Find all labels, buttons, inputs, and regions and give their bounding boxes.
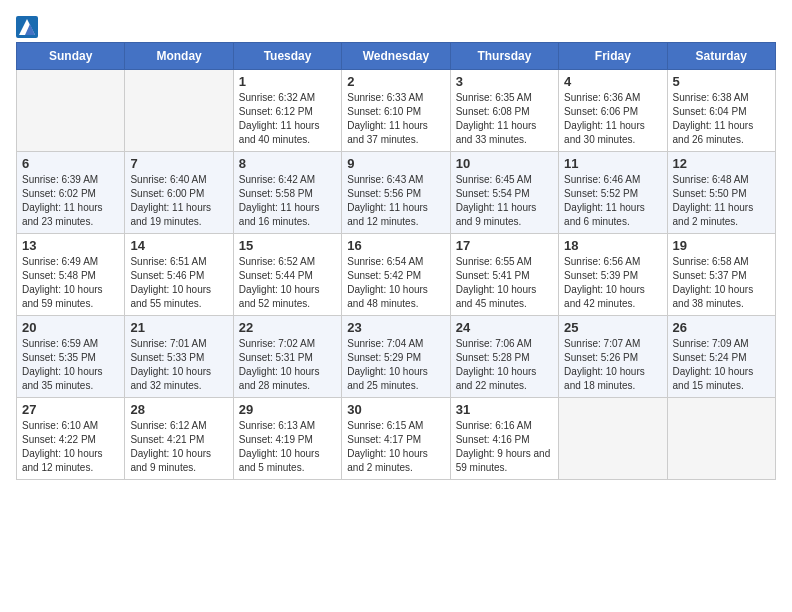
day-number: 10 (456, 156, 553, 171)
day-info: Sunrise: 6:10 AMSunset: 4:22 PMDaylight:… (22, 419, 119, 475)
day-number: 11 (564, 156, 661, 171)
day-info: Sunrise: 6:54 AMSunset: 5:42 PMDaylight:… (347, 255, 444, 311)
week-row-5: 27Sunrise: 6:10 AMSunset: 4:22 PMDayligh… (17, 398, 776, 480)
calendar-cell: 18Sunrise: 6:56 AMSunset: 5:39 PMDayligh… (559, 234, 667, 316)
day-info: Sunrise: 7:07 AMSunset: 5:26 PMDaylight:… (564, 337, 661, 393)
calendar-cell: 25Sunrise: 7:07 AMSunset: 5:26 PMDayligh… (559, 316, 667, 398)
day-header-thursday: Thursday (450, 43, 558, 70)
day-number: 3 (456, 74, 553, 89)
day-number: 6 (22, 156, 119, 171)
day-info: Sunrise: 7:04 AMSunset: 5:29 PMDaylight:… (347, 337, 444, 393)
calendar-cell: 22Sunrise: 7:02 AMSunset: 5:31 PMDayligh… (233, 316, 341, 398)
day-info: Sunrise: 6:36 AMSunset: 6:06 PMDaylight:… (564, 91, 661, 147)
day-number: 1 (239, 74, 336, 89)
day-header-saturday: Saturday (667, 43, 775, 70)
day-info: Sunrise: 7:01 AMSunset: 5:33 PMDaylight:… (130, 337, 227, 393)
day-info: Sunrise: 6:58 AMSunset: 5:37 PMDaylight:… (673, 255, 770, 311)
calendar-cell: 29Sunrise: 6:13 AMSunset: 4:19 PMDayligh… (233, 398, 341, 480)
day-number: 31 (456, 402, 553, 417)
calendar-cell: 6Sunrise: 6:39 AMSunset: 6:02 PMDaylight… (17, 152, 125, 234)
day-number: 15 (239, 238, 336, 253)
day-number: 13 (22, 238, 119, 253)
day-number: 28 (130, 402, 227, 417)
logo (16, 16, 41, 38)
day-info: Sunrise: 6:49 AMSunset: 5:48 PMDaylight:… (22, 255, 119, 311)
day-number: 18 (564, 238, 661, 253)
calendar-cell: 11Sunrise: 6:46 AMSunset: 5:52 PMDayligh… (559, 152, 667, 234)
day-info: Sunrise: 6:46 AMSunset: 5:52 PMDaylight:… (564, 173, 661, 229)
day-number: 16 (347, 238, 444, 253)
day-info: Sunrise: 6:42 AMSunset: 5:58 PMDaylight:… (239, 173, 336, 229)
day-info: Sunrise: 6:12 AMSunset: 4:21 PMDaylight:… (130, 419, 227, 475)
calendar-cell: 14Sunrise: 6:51 AMSunset: 5:46 PMDayligh… (125, 234, 233, 316)
week-row-3: 13Sunrise: 6:49 AMSunset: 5:48 PMDayligh… (17, 234, 776, 316)
day-number: 24 (456, 320, 553, 335)
calendar-cell: 10Sunrise: 6:45 AMSunset: 5:54 PMDayligh… (450, 152, 558, 234)
day-info: Sunrise: 6:16 AMSunset: 4:16 PMDaylight:… (456, 419, 553, 475)
day-number: 2 (347, 74, 444, 89)
day-number: 9 (347, 156, 444, 171)
page-header (16, 16, 776, 38)
calendar-cell: 1Sunrise: 6:32 AMSunset: 6:12 PMDaylight… (233, 70, 341, 152)
day-number: 27 (22, 402, 119, 417)
day-number: 21 (130, 320, 227, 335)
day-info: Sunrise: 6:40 AMSunset: 6:00 PMDaylight:… (130, 173, 227, 229)
calendar-cell (559, 398, 667, 480)
day-header-friday: Friday (559, 43, 667, 70)
day-info: Sunrise: 6:45 AMSunset: 5:54 PMDaylight:… (456, 173, 553, 229)
calendar-cell: 28Sunrise: 6:12 AMSunset: 4:21 PMDayligh… (125, 398, 233, 480)
day-header-sunday: Sunday (17, 43, 125, 70)
day-number: 7 (130, 156, 227, 171)
day-header-tuesday: Tuesday (233, 43, 341, 70)
calendar-cell: 9Sunrise: 6:43 AMSunset: 5:56 PMDaylight… (342, 152, 450, 234)
day-number: 25 (564, 320, 661, 335)
calendar-cell (17, 70, 125, 152)
calendar-cell: 2Sunrise: 6:33 AMSunset: 6:10 PMDaylight… (342, 70, 450, 152)
calendar-cell (125, 70, 233, 152)
day-info: Sunrise: 6:39 AMSunset: 6:02 PMDaylight:… (22, 173, 119, 229)
calendar-cell: 23Sunrise: 7:04 AMSunset: 5:29 PMDayligh… (342, 316, 450, 398)
day-info: Sunrise: 7:02 AMSunset: 5:31 PMDaylight:… (239, 337, 336, 393)
day-info: Sunrise: 6:56 AMSunset: 5:39 PMDaylight:… (564, 255, 661, 311)
day-info: Sunrise: 6:51 AMSunset: 5:46 PMDaylight:… (130, 255, 227, 311)
calendar-cell: 31Sunrise: 6:16 AMSunset: 4:16 PMDayligh… (450, 398, 558, 480)
calendar-cell: 12Sunrise: 6:48 AMSunset: 5:50 PMDayligh… (667, 152, 775, 234)
calendar-cell: 21Sunrise: 7:01 AMSunset: 5:33 PMDayligh… (125, 316, 233, 398)
day-info: Sunrise: 6:38 AMSunset: 6:04 PMDaylight:… (673, 91, 770, 147)
calendar-cell: 16Sunrise: 6:54 AMSunset: 5:42 PMDayligh… (342, 234, 450, 316)
calendar-table: SundayMondayTuesdayWednesdayThursdayFrid… (16, 42, 776, 480)
day-info: Sunrise: 6:59 AMSunset: 5:35 PMDaylight:… (22, 337, 119, 393)
logo-icon (16, 16, 38, 38)
calendar-cell: 17Sunrise: 6:55 AMSunset: 5:41 PMDayligh… (450, 234, 558, 316)
calendar-cell: 15Sunrise: 6:52 AMSunset: 5:44 PMDayligh… (233, 234, 341, 316)
day-info: Sunrise: 6:15 AMSunset: 4:17 PMDaylight:… (347, 419, 444, 475)
day-number: 17 (456, 238, 553, 253)
header-row: SundayMondayTuesdayWednesdayThursdayFrid… (17, 43, 776, 70)
day-number: 20 (22, 320, 119, 335)
day-info: Sunrise: 7:09 AMSunset: 5:24 PMDaylight:… (673, 337, 770, 393)
calendar-cell: 20Sunrise: 6:59 AMSunset: 5:35 PMDayligh… (17, 316, 125, 398)
day-number: 23 (347, 320, 444, 335)
day-info: Sunrise: 6:43 AMSunset: 5:56 PMDaylight:… (347, 173, 444, 229)
day-info: Sunrise: 6:13 AMSunset: 4:19 PMDaylight:… (239, 419, 336, 475)
day-number: 30 (347, 402, 444, 417)
day-number: 26 (673, 320, 770, 335)
week-row-1: 1Sunrise: 6:32 AMSunset: 6:12 PMDaylight… (17, 70, 776, 152)
calendar-cell: 5Sunrise: 6:38 AMSunset: 6:04 PMDaylight… (667, 70, 775, 152)
day-number: 4 (564, 74, 661, 89)
day-number: 12 (673, 156, 770, 171)
calendar-cell: 19Sunrise: 6:58 AMSunset: 5:37 PMDayligh… (667, 234, 775, 316)
calendar-cell: 8Sunrise: 6:42 AMSunset: 5:58 PMDaylight… (233, 152, 341, 234)
calendar-cell: 24Sunrise: 7:06 AMSunset: 5:28 PMDayligh… (450, 316, 558, 398)
day-info: Sunrise: 6:48 AMSunset: 5:50 PMDaylight:… (673, 173, 770, 229)
calendar-cell: 27Sunrise: 6:10 AMSunset: 4:22 PMDayligh… (17, 398, 125, 480)
day-number: 22 (239, 320, 336, 335)
day-header-wednesday: Wednesday (342, 43, 450, 70)
day-number: 5 (673, 74, 770, 89)
calendar-cell: 4Sunrise: 6:36 AMSunset: 6:06 PMDaylight… (559, 70, 667, 152)
calendar-cell: 30Sunrise: 6:15 AMSunset: 4:17 PMDayligh… (342, 398, 450, 480)
day-number: 14 (130, 238, 227, 253)
day-info: Sunrise: 6:33 AMSunset: 6:10 PMDaylight:… (347, 91, 444, 147)
calendar-cell: 7Sunrise: 6:40 AMSunset: 6:00 PMDaylight… (125, 152, 233, 234)
day-info: Sunrise: 7:06 AMSunset: 5:28 PMDaylight:… (456, 337, 553, 393)
